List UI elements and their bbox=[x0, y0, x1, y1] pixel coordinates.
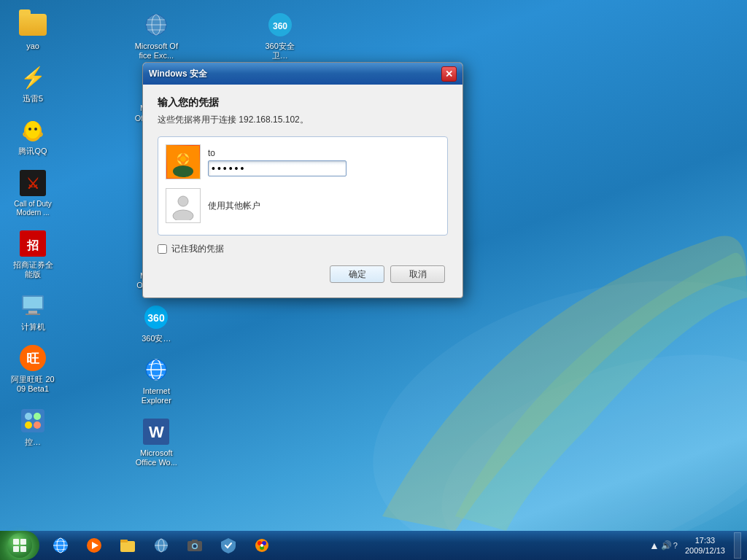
tray-help-icon[interactable]: ? bbox=[673, 541, 678, 550]
windows-security-dialog: Windows 安全 ✕ 输入您的凭据 这些凭据将用于连接 192.168.15… bbox=[142, 62, 463, 298]
desktop-icon-360b[interactable]: 360 360安全卫… bbox=[255, 7, 306, 63]
svg-point-18 bbox=[34, 413, 41, 420]
cancel-button[interactable]: 取消 bbox=[390, 265, 445, 283]
remember-checkbox[interactable] bbox=[158, 244, 167, 254]
svg-rect-12 bbox=[28, 311, 37, 314]
svg-rect-77 bbox=[120, 540, 128, 542]
desktop-icon-control-panel[interactable]: 控… bbox=[7, 403, 58, 450]
dialog-close-button[interactable]: ✕ bbox=[441, 66, 457, 82]
taskbar-ie-icon[interactable] bbox=[44, 532, 77, 559]
user-info: to bbox=[208, 148, 440, 176]
svg-point-20 bbox=[34, 421, 41, 429]
svg-rect-76 bbox=[120, 541, 135, 552]
svg-point-17 bbox=[25, 413, 32, 420]
system-tray: ▲ 🔊 ? 17:33 2009/12/13 bbox=[643, 531, 747, 560]
credential-box: to 使用其他帐户 bbox=[158, 136, 448, 236]
svg-rect-67 bbox=[13, 539, 19, 545]
desktop-icon-zhaoshang[interactable]: 招 招商证券全能版 bbox=[7, 226, 58, 282]
svg-point-19 bbox=[25, 421, 32, 429]
system-clock[interactable]: 17:33 2009/12/13 bbox=[681, 535, 729, 556]
other-account-row[interactable]: 使用其他帐户 bbox=[166, 184, 440, 228]
taskbar-apps bbox=[41, 531, 643, 560]
desktop-icon-network[interactable]: Microsoft Office Exc... bbox=[131, 7, 182, 63]
dialog-subtitle: 这些凭据将用于连接 192.168.15.102。 bbox=[158, 114, 448, 126]
svg-point-62 bbox=[180, 156, 186, 162]
desktop-icon-ie[interactable]: InternetExplorer bbox=[131, 352, 182, 408]
svg-point-89 bbox=[260, 544, 263, 547]
taskbar-explorer-icon[interactable] bbox=[112, 532, 144, 559]
dialog-footer: 确定 取消 bbox=[158, 265, 448, 286]
taskbar-network-icon[interactable] bbox=[145, 532, 177, 559]
show-desktop-button[interactable] bbox=[734, 532, 741, 559]
dialog-title: Windows 安全 bbox=[149, 68, 207, 80]
dialog-body: 输入您的凭据 这些凭据将用于连接 192.168.15.102。 bbox=[143, 85, 462, 298]
svg-rect-70 bbox=[20, 546, 26, 552]
ok-button[interactable]: 确定 bbox=[330, 265, 384, 283]
dialog-titlebar: Windows 安全 ✕ bbox=[143, 63, 462, 85]
svg-point-4 bbox=[28, 128, 31, 131]
taskbar-camera-icon[interactable] bbox=[179, 532, 211, 559]
svg-point-5 bbox=[34, 128, 37, 131]
windows-orb bbox=[7, 533, 32, 558]
remember-label: 记住我的凭据 bbox=[171, 243, 224, 255]
tray-volume-icon[interactable]: 🔊 bbox=[661, 540, 672, 551]
clock-date: 2009/12/13 bbox=[685, 545, 725, 556]
svg-rect-11 bbox=[23, 297, 42, 308]
svg-rect-16 bbox=[21, 409, 44, 432]
start-button[interactable] bbox=[0, 531, 39, 560]
svg-rect-13 bbox=[26, 314, 40, 315]
svg-text:360: 360 bbox=[273, 21, 287, 31]
svg-point-83 bbox=[193, 545, 197, 548]
svg-point-3 bbox=[26, 121, 40, 139]
taskbar-media-icon[interactable] bbox=[78, 532, 110, 559]
svg-text:招: 招 bbox=[26, 239, 39, 252]
clock-time: 17:33 bbox=[695, 535, 716, 545]
remember-row: 记住我的凭据 bbox=[158, 243, 448, 255]
taskbar-security-icon[interactable] bbox=[212, 532, 244, 559]
other-account-icon bbox=[166, 188, 201, 223]
svg-text:旺: 旺 bbox=[26, 351, 39, 366]
desktop: yao ⚡ 迅雷5 腾讯QQ bbox=[0, 0, 747, 560]
taskbar-paint-icon[interactable] bbox=[246, 532, 278, 559]
other-account-label: 使用其他帐户 bbox=[208, 200, 260, 212]
taskbar: ▲ 🔊 ? 17:33 2009/12/13 bbox=[0, 531, 747, 560]
svg-point-66 bbox=[173, 210, 193, 220]
svg-rect-69 bbox=[13, 546, 19, 552]
password-input[interactable] bbox=[208, 160, 347, 176]
desktop-icon-360[interactable]: 360 360安… bbox=[131, 300, 182, 346]
desktop-icon-xunlei[interactable]: ⚡ 迅雷5 bbox=[7, 60, 58, 106]
credential-user-row: to bbox=[166, 144, 440, 179]
svg-text:⚔: ⚔ bbox=[26, 176, 39, 192]
desktop-icon-yao[interactable]: yao bbox=[7, 7, 58, 54]
svg-text:W: W bbox=[149, 423, 164, 441]
svg-text:360: 360 bbox=[148, 312, 166, 324]
svg-rect-84 bbox=[192, 540, 198, 542]
desktop-icon-qq[interactable]: 腾讯QQ bbox=[7, 112, 58, 159]
svg-point-63 bbox=[173, 166, 193, 177]
dialog-header: 输入您的凭据 bbox=[158, 96, 448, 109]
tray-network-icon[interactable]: ▲ bbox=[649, 540, 659, 551]
tray-icons: ▲ 🔊 ? bbox=[649, 540, 678, 551]
svg-point-65 bbox=[178, 196, 188, 206]
svg-rect-68 bbox=[20, 539, 26, 545]
svg-point-1 bbox=[414, 314, 747, 531]
desktop-icon-word[interactable]: W MicrosoftOffice Wo... bbox=[131, 414, 182, 470]
username-display: to bbox=[208, 148, 440, 158]
user-avatar bbox=[166, 144, 201, 179]
desktop-icon-aliwangwang[interactable]: 旺 阿里旺旺 2009 Beta1 bbox=[7, 341, 58, 397]
desktop-icon-computer[interactable]: 计算机 bbox=[7, 288, 58, 335]
desktop-icon-cod[interactable]: ⚔ Call of DutyModern ... bbox=[7, 166, 58, 220]
